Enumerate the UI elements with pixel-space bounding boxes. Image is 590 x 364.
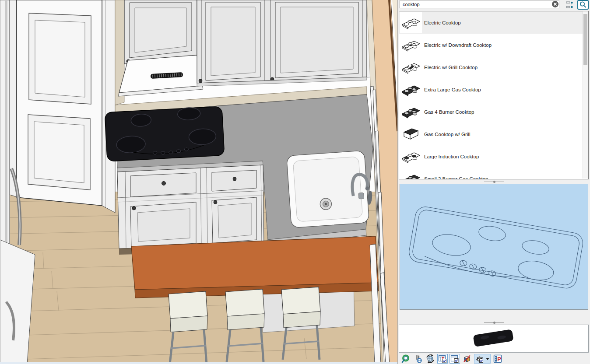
- library-item-label: Gas Cooktop w/ Grill: [424, 132, 470, 137]
- island-counter[interactable]: [131, 236, 379, 298]
- app-window: Electric Cooktop E: [0, 0, 590, 364]
- library-item-label: Electric Cooktop: [424, 20, 461, 25]
- panel-checkbox-icon[interactable]: [450, 354, 460, 364]
- cooktop-thumbnail-icon: [400, 35, 422, 55]
- cooktop-thumbnail-icon: [400, 12, 422, 33]
- cooktop-thumbnail-icon: [400, 102, 422, 122]
- library-item[interactable]: Electric w/ Downdraft Cooktop: [399, 34, 583, 56]
- panel-splitter[interactable]: [398, 180, 590, 183]
- base-cabinets[interactable]: [117, 165, 264, 255]
- library-item-label: Small 2 Burner Gas Cooktop: [424, 176, 488, 179]
- clear-search-icon[interactable]: [552, 1, 558, 7]
- box-slash-icon[interactable]: [462, 354, 472, 364]
- browse-tree-icon[interactable]: [565, 0, 575, 9]
- library-item-label: Electric w/ Downdraft Cooktop: [424, 42, 492, 48]
- search-results-list: Electric Cooktop E: [399, 11, 589, 179]
- cooktop-thumbnail-icon: [400, 79, 422, 100]
- library-item-label: Gas 4 Burner Cooktop: [424, 109, 474, 115]
- cooktop-thumbnail-icon: [400, 146, 422, 167]
- library-toolbar: P: [398, 354, 590, 364]
- p-badge-icon[interactable]: P: [492, 354, 503, 364]
- result-rows: Electric Cooktop E: [399, 11, 583, 179]
- library-item[interactable]: Gas 4 Burner Cooktop: [399, 101, 583, 123]
- library-item[interactable]: Gas Cooktop w/ Grill: [399, 123, 583, 145]
- search-input[interactable]: [399, 0, 559, 8]
- library-item-label: Large Induction Cooktop: [424, 154, 479, 159]
- teapot-checkbox-icon[interactable]: [474, 354, 485, 364]
- library-item[interactable]: Electric Cooktop: [399, 11, 583, 34]
- cooktop-thumbnail-icon: [400, 168, 422, 179]
- upper-cabinets[interactable]: [197, 0, 371, 86]
- panel-splitter[interactable]: [398, 321, 590, 324]
- tools-globe-icon[interactable]: [413, 354, 423, 364]
- panel-red-arrow-checkbox-icon[interactable]: [437, 354, 448, 364]
- list-scrollbar[interactable]: [583, 12, 588, 178]
- render-preview-pane[interactable]: [399, 325, 589, 353]
- library-item[interactable]: Electric w/ Grill Cooktop: [399, 56, 583, 78]
- search-icon[interactable]: [577, 0, 589, 10]
- cooktop-thumbnail-icon: [400, 57, 422, 77]
- library-sidebar: Electric Cooktop E: [397, 0, 590, 364]
- viewport-bottom-strip: [0, 362, 397, 364]
- rendered-cooktop-thumbnail: [399, 325, 588, 352]
- dropdown-arrow-icon[interactable]: [485, 354, 490, 364]
- door[interactable]: [10, 0, 115, 213]
- kitchen-render[interactable]: [0, 0, 397, 364]
- library-search-row: [398, 0, 590, 10]
- teapot-preview-button-group[interactable]: [474, 354, 491, 364]
- wireframe-cooktop-drawing: [400, 184, 588, 309]
- 3d-viewport[interactable]: [0, 0, 397, 364]
- range-hood-cabinet[interactable]: [118, 0, 203, 96]
- library-item[interactable]: Small 2 Burner Gas Cooktop: [399, 168, 583, 179]
- cooktop-thumbnail-icon: [400, 124, 422, 144]
- library-item[interactable]: Large Induction Cooktop: [399, 145, 583, 168]
- globe-refresh-icon[interactable]: [425, 354, 435, 364]
- wireframe-preview-pane[interactable]: [400, 184, 588, 310]
- cooktop[interactable]: [105, 106, 225, 161]
- library-item[interactable]: Extra Large Gas Cooktop: [399, 78, 583, 101]
- library-item-label: Extra Large Gas Cooktop: [424, 87, 481, 92]
- kitchen-sink[interactable]: [286, 150, 372, 228]
- library-search-leaf-magnifier-icon[interactable]: [400, 354, 411, 364]
- library-item-label: Electric w/ Grill Cooktop: [424, 65, 478, 70]
- scrollbar-thumb[interactable]: [583, 14, 587, 65]
- p-badge-letter: P: [497, 356, 501, 362]
